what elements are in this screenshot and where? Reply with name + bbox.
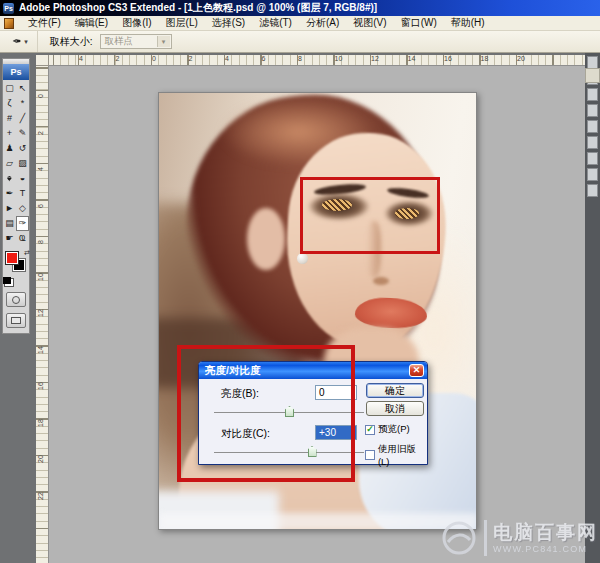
hruler-label: 8 (298, 55, 302, 62)
hruler-label: 4 (79, 55, 83, 62)
vertical-ruler: 0246810121416182022 (36, 66, 49, 563)
vruler-label: 6 (37, 204, 44, 208)
color-swatches: ⇄ (2, 250, 30, 286)
ruler-corner (36, 55, 49, 66)
palette-icon[interactable] (587, 184, 598, 197)
type-tool[interactable]: T (16, 186, 29, 201)
menu-item-9[interactable]: 帮助(H) (444, 16, 492, 30)
crop-tool[interactable]: # (3, 111, 16, 126)
checkbox-checked-icon[interactable]: ✓ (365, 425, 375, 435)
hruler-label: 6 (262, 55, 266, 62)
menu-item-5[interactable]: 滤镜(T) (252, 16, 299, 30)
eyedropper-tool[interactable]: ✑ (16, 216, 29, 231)
notes-tool-icon: ▤ (5, 219, 14, 228)
dodge-tool[interactable]: ◒ (16, 171, 29, 186)
menu-item-6[interactable]: 分析(A) (299, 16, 346, 30)
pc841-logo-icon (440, 519, 478, 557)
menu-item-1[interactable]: 编辑(E) (68, 16, 115, 30)
foreground-color-swatch[interactable] (5, 251, 19, 265)
close-icon[interactable]: ✕ (409, 364, 424, 377)
palette-icon[interactable] (587, 136, 598, 149)
menu-item-2[interactable]: 图像(I) (115, 16, 158, 30)
eraser-tool[interactable]: ▱ (3, 156, 16, 171)
vruler-label: 18 (37, 419, 44, 427)
tool-grid: ▢↖ζ*#╱+✎♟↺▱▨♠◒✒T►◇▤✑☛Ҩ (3, 81, 29, 246)
window-title: Adobe Photoshop CS3 Extended - [1上色教程.ps… (19, 1, 377, 15)
tool-preset-picker[interactable]: ✒ ▾ (0, 31, 38, 52)
rectangular-marquee-tool[interactable]: ▢ (3, 81, 16, 96)
menu-item-0[interactable]: 文件(F) (21, 16, 68, 30)
screen-mode-button[interactable] (6, 313, 26, 328)
photoshop-window: Ps Adobe Photoshop CS3 Extended - [1上色教程… (0, 0, 600, 563)
notes-tool[interactable]: ▤ (3, 216, 16, 231)
palette-icon[interactable] (587, 104, 598, 117)
palette-well-fragment (585, 68, 600, 83)
screen-mode-icon (11, 317, 21, 324)
sample-size-dropdown[interactable]: 取样点 ▾ (100, 34, 172, 49)
blur-tool-icon: ♠ (7, 174, 12, 183)
vruler-label: 16 (37, 382, 44, 390)
move-tool[interactable]: ↖ (16, 81, 29, 96)
preview-checkbox[interactable]: ✓ 预览(P) (365, 423, 410, 436)
pen-tool[interactable]: ✒ (3, 186, 16, 201)
history-brush-tool-icon: ↺ (19, 144, 27, 153)
slice-tool[interactable]: ╱ (16, 111, 29, 126)
clone-stamp-tool-icon: ♟ (5, 144, 13, 153)
gradient-tool-icon: ▨ (18, 159, 27, 168)
sample-size-value: 取样点 (105, 35, 134, 48)
vruler-label: 10 (37, 273, 44, 281)
zoom-tool[interactable]: Ҩ (16, 231, 29, 246)
healing-brush-tool[interactable]: + (3, 126, 16, 141)
hand-tool[interactable]: ☛ (3, 231, 16, 246)
gradient-tool[interactable]: ▨ (16, 156, 29, 171)
checkbox-unchecked-icon[interactable] (365, 450, 375, 460)
palette-icon[interactable] (587, 120, 598, 133)
palette-dock (585, 53, 600, 563)
lasso-tool-icon: ζ (8, 99, 12, 108)
menu-item-8[interactable]: 窗口(W) (394, 16, 444, 30)
preview-label: 预览(P) (378, 423, 410, 436)
hruler-label: 10 (335, 55, 343, 62)
options-bar: ✒ ▾ 取样大小: 取样点 ▾ (0, 31, 600, 53)
use-legacy-checkbox[interactable]: 使用旧版(L) (365, 443, 427, 467)
portrait-nostril (373, 277, 389, 285)
quick-mask-button[interactable] (6, 292, 26, 307)
annotation-box-dialog (177, 345, 355, 482)
shape-tool-icon: ◇ (19, 204, 26, 213)
zoom-tool-icon: Ҩ (19, 234, 26, 243)
history-brush-tool[interactable]: ↺ (16, 141, 29, 156)
blur-tool[interactable]: ♠ (3, 171, 16, 186)
menu-item-7[interactable]: 视图(V) (346, 16, 393, 30)
shape-tool[interactable]: ◇ (16, 201, 29, 216)
portrait-bottom-fade (159, 513, 477, 530)
photoshop-app-icon: Ps (3, 3, 14, 14)
brush-tool[interactable]: ✎ (16, 126, 29, 141)
clone-stamp-tool[interactable]: ♟ (3, 141, 16, 156)
menu-items: 文件(F)编辑(E)图像(I)图层(L)选择(S)滤镜(T)分析(A)视图(V)… (21, 16, 492, 30)
vruler-label: 4 (37, 167, 44, 171)
path-selection-tool[interactable]: ► (3, 201, 16, 216)
watermark-site-url: WWW.PC841.COM (493, 544, 598, 554)
magic-wand-tool[interactable]: * (16, 96, 29, 111)
cancel-button[interactable]: 取消 (366, 401, 424, 416)
annotation-box-eyes (300, 177, 440, 254)
lasso-tool[interactable]: ζ (3, 96, 16, 111)
slice-tool-icon: ╱ (20, 114, 25, 123)
palette-icon[interactable] (587, 168, 598, 181)
menu-item-3[interactable]: 图层(L) (159, 16, 205, 30)
vruler-label: 12 (37, 309, 44, 317)
menu-item-4[interactable]: 选择(S) (205, 16, 252, 30)
palette-icon[interactable] (587, 88, 598, 101)
hruler-label: 20 (517, 55, 525, 62)
hruler-label: 2 (189, 55, 193, 62)
vruler-label: 20 (37, 455, 44, 463)
ok-button[interactable]: 确定 (366, 383, 424, 398)
swap-colors-icon[interactable]: ⇄ (24, 249, 30, 257)
rectangular-marquee-tool-icon: ▢ (5, 84, 14, 93)
crop-tool-icon: # (7, 114, 12, 123)
hruler-label: 16 (444, 55, 452, 62)
default-colors-icon[interactable] (3, 277, 11, 284)
toolbox-palette: Ps ▢↖ζ*#╱+✎♟↺▱▨♠◒✒T►◇▤✑☛Ҩ ⇄ (2, 58, 30, 334)
palette-icon[interactable] (587, 152, 598, 165)
dodge-tool-icon: ◒ (20, 174, 25, 183)
